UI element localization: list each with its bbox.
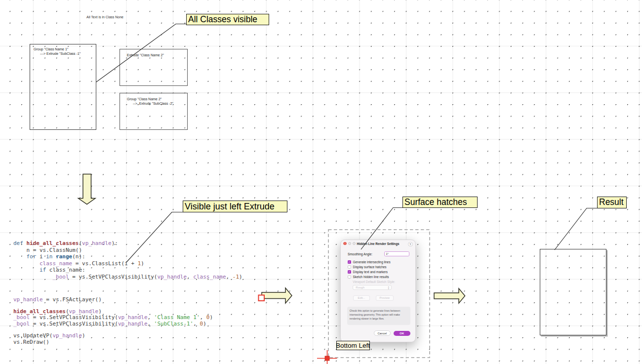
right-arrow-2 [434, 288, 465, 303]
checkbox-sketch-hidden-line-results[interactable]: Sketch hidden line results [348, 275, 389, 280]
info-text: Check this option to generate lines betw… [347, 307, 411, 325]
checkbox-display-surface-hatches[interactable]: Display surface hatches [348, 265, 386, 270]
rect1-line1: Group "Class Name 1" [34, 47, 96, 51]
cancel-button[interactable]: Cancel [374, 330, 391, 336]
checkbox-label: Generate intersecting lines [353, 260, 391, 264]
drawing-canvas: All Text is in Class None Group "Class N… [0, 0, 642, 364]
script-main-calls: vp_handle = vs.FSActLayer() hide_all_cla… [13, 296, 213, 345]
smoothing-angle-input[interactable]: 1° [384, 251, 409, 257]
code-line: _bool = vs.SetVPClassVisibility(vp_handl… [13, 321, 213, 326]
checkbox-label: Display surface hatches [353, 265, 387, 269]
leader-result [555, 208, 597, 250]
code-line: _bool = vs.SetVPClassVisibility(vp_handl… [13, 314, 213, 320]
ok-button[interactable]: OK [394, 331, 410, 336]
checkbox-unchecked-icon[interactable] [348, 265, 351, 269]
code-line: vp_handle = vs.FSActLayer() [13, 296, 213, 302]
code-line [13, 302, 213, 308]
help-button[interactable]: ? [408, 242, 413, 247]
sketch-style-value: Rough [356, 286, 364, 289]
code-line [13, 326, 213, 332]
checkbox-display-text-and-markers[interactable]: ✓Display text and markers [348, 270, 388, 275]
code-line: vs.ReDraw() [13, 339, 213, 345]
extrude-class-name-2-rect: Extrude "Class Name 2" [120, 49, 188, 86]
checkbox-label: Sketch hidden line results [353, 275, 389, 279]
preview-button[interactable]: Preview [376, 295, 394, 301]
sketch-style-label: Viewport Default Sketch Style: [353, 280, 395, 283]
sketch-style-select[interactable]: Rough ▲▼ [353, 285, 392, 290]
callout-all-classes-visible: All Classes visible [186, 14, 269, 25]
code-line: vs.UpdateVP(vp_handle) [13, 332, 213, 338]
code-line: if class_name: [13, 267, 242, 274]
right-arrow-1 [262, 288, 292, 303]
rect3-line1: Group "Class Name 2" [127, 97, 187, 101]
down-arrow [79, 174, 96, 204]
callout-surface-hatches: Surface hatches [402, 197, 478, 208]
checkbox-checked-icon[interactable]: ✓ [348, 270, 351, 274]
checkbox-unchecked-icon[interactable] [348, 275, 351, 279]
rect1-line2: ---> Extrude "SubClass -1" [40, 51, 96, 56]
hidden-line-render-settings-dialog: Hidden Line Render Settings ? Smoothing … [340, 240, 416, 342]
script-hide-all-classes: def hide_all_classes(vp_handle): n = vs.… [13, 240, 242, 280]
code-line: hide_all_classes(vp_handle) [13, 308, 213, 314]
code-line: _bool = vs.SetVPClassVisibility(vp_handl… [13, 274, 242, 281]
code-line: class_name = vs.ClassList(i + 1) [13, 260, 242, 267]
class-none-note: All Text is in Class None [86, 15, 123, 19]
red-origin-square [259, 295, 265, 301]
edit-button[interactable]: Edit... [353, 295, 370, 301]
checkbox-label: Display text and markers [353, 270, 388, 274]
callout-result: Result [597, 197, 627, 208]
code-line: def hide_all_classes(vp_handle): [13, 240, 242, 247]
crosshair-center-square [325, 356, 329, 361]
callout-visible-just-left-extrude: Visible just left Extrude [183, 201, 287, 212]
bottom-left-label: Bottom Left [336, 341, 370, 350]
checkbox-checked-icon[interactable]: ✓ [348, 260, 351, 264]
page-origin-crosshair [317, 350, 337, 364]
smoothing-angle-label: Smoothing Angle: [348, 252, 372, 256]
checkbox-generate-intersecting-lines[interactable]: ✓Generate intersecting lines [348, 260, 391, 265]
group-class-name-1-rect: Group "Class Name 1" ---> Extrude "SubCl… [30, 44, 96, 130]
result-rect [540, 249, 606, 335]
dialog-title: Hidden Line Render Settings [341, 242, 415, 245]
rect3-line2: -->. Extrude "SubClass -2" [133, 101, 187, 106]
stepper-icon: ▲▼ [388, 286, 390, 290]
rect2-line1: Extrude "Class Name 2" [127, 53, 187, 57]
code-line: for i in range(n): [13, 253, 242, 260]
group-class-name-2-rect: Group "Class Name 2" -->. Extrude "SubCl… [120, 93, 188, 130]
code-line: n = vs.ClassNum() [13, 247, 242, 254]
